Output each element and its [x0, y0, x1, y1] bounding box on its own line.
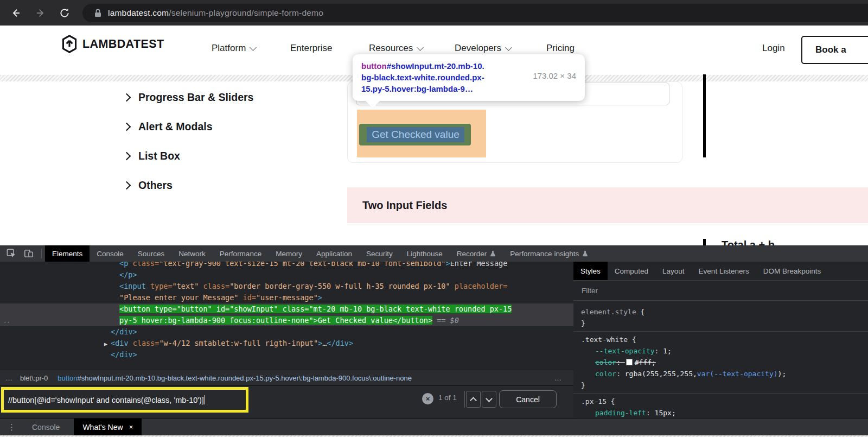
dom-node[interactable]: <input type="text" class="border border-…: [0, 281, 573, 292]
styles-filter-input[interactable]: Filter: [573, 281, 868, 301]
rule-divider: [573, 331, 868, 332]
sidebar-item-list-box[interactable]: List Box: [124, 150, 180, 162]
css-rule-line[interactable]: }: [573, 379, 868, 391]
dom-node-selected[interactable]: py-5 hover:bg-lambda-900 focus:outline-n…: [0, 315, 573, 326]
nav-enterprise[interactable]: Enterprise: [290, 43, 332, 54]
tooltip-id-classes: #showInput.mt-20.mb-10.: [387, 61, 484, 71]
chevron-up-icon: [470, 397, 477, 404]
dom-node[interactable]: </div>: [0, 349, 573, 360]
css-rule-line[interactable]: element.style {: [573, 306, 868, 318]
css-rule-line[interactable]: .text-white {: [573, 334, 868, 345]
close-icon[interactable]: ×: [129, 423, 133, 431]
nav-resources[interactable]: Resources: [369, 43, 423, 54]
css-rule-line[interactable]: .px-15 {: [573, 396, 868, 407]
breadcrumb-item-selected[interactable]: button#showInput.mt-20.mb-10.bg-black.te…: [58, 374, 412, 382]
tab-network[interactable]: Network: [171, 245, 213, 262]
tab-application[interactable]: Application: [309, 245, 359, 262]
tab-layout[interactable]: Layout: [655, 262, 692, 280]
dom-node[interactable]: "Please enter your Message" id="user-mes…: [0, 292, 573, 303]
reload-icon[interactable]: [56, 5, 73, 21]
sidebar-item-others[interactable]: Others: [124, 179, 173, 192]
nav-developers[interactable]: Developers: [455, 43, 511, 54]
tab-event-listeners[interactable]: Event Listeners: [692, 262, 756, 280]
tab-dom-breakpoints[interactable]: DOM Breakpoints: [756, 262, 828, 280]
sidebar-label: Others: [138, 179, 173, 192]
section-title: Two Input Fields: [362, 199, 447, 212]
dom-node[interactable]: </p>: [0, 269, 573, 281]
tab-sources[interactable]: Sources: [131, 245, 172, 262]
device-toolbar-icon[interactable]: [24, 249, 34, 258]
tab-styles[interactable]: Styles: [573, 262, 608, 280]
dom-node[interactable]: </div>: [0, 326, 573, 338]
tab-console[interactable]: Console: [90, 245, 131, 262]
find-input-highlighted[interactable]: //button[@id='showInput' and contains(@c…: [1, 387, 248, 413]
css-declaration[interactable]: --text-opacity: 1;: [573, 345, 868, 357]
book-demo-button[interactable]: Book a: [801, 36, 868, 64]
forward-icon[interactable]: [33, 5, 49, 21]
clear-search-icon[interactable]: ×: [422, 393, 433, 404]
tab-label: Network: [178, 250, 206, 258]
chevron-down-icon: [417, 44, 424, 51]
login-link[interactable]: Login: [762, 43, 785, 54]
nav-pricing[interactable]: Pricing: [546, 43, 575, 54]
chevron-right-icon: [123, 152, 131, 161]
get-checked-value-label: Get Checked value: [372, 129, 459, 141]
get-checked-value-button[interactable]: Get Checked value: [367, 127, 464, 142]
css-rule-line[interactable]: }: [573, 318, 868, 329]
tab-performance-insights[interactable]: Performance insights: [503, 245, 595, 262]
find-bar: //button[@id='showInput' and contains(@c…: [0, 385, 573, 418]
breadcrumb-selector: #showInput.mt-20.mb-10.bg-black.text-whi…: [77, 374, 411, 382]
drawer-menu-icon[interactable]: ⋮: [0, 422, 24, 432]
tab-label: Elements: [52, 250, 82, 258]
tab-label: Event Listeners: [699, 267, 749, 275]
match-step-buttons: [464, 391, 496, 408]
tab-performance[interactable]: Performance: [213, 245, 269, 262]
css-declaration[interactable]: padding-left: 15px;: [573, 407, 868, 418]
web-page: LAMBDATEST Platform Enterprise Resources…: [0, 26, 868, 245]
tab-label: Sources: [138, 250, 165, 258]
sidebar-label: List Box: [138, 150, 180, 162]
dom-node-selected[interactable]: <button type="button" id="showInput" cla…: [0, 303, 573, 315]
book-demo-label: Book a: [815, 45, 846, 55]
tab-label: Performance insights: [510, 250, 579, 258]
next-match-button[interactable]: [482, 391, 496, 408]
inspect-tooltip: button#showInput.mt-20.mb-10. bg-black.t…: [353, 54, 585, 101]
chevron-down-icon: [505, 44, 512, 51]
inspect-element-icon[interactable]: [7, 249, 16, 258]
two-input-fields-header: Two Input Fields: [347, 187, 868, 223]
sidebar-item-progress-bar[interactable]: Progress Bar & Sliders: [124, 91, 253, 104]
breadcrumb-overflow-icon[interactable]: …: [554, 374, 573, 382]
previous-match-button[interactable]: [466, 391, 481, 408]
back-icon[interactable]: [8, 5, 24, 21]
dom-node[interactable]: ▶ <div class="w-4/12 smtablet:w-full rig…: [0, 338, 573, 349]
partial-heading-label: Total a + b: [722, 239, 775, 245]
address-bar[interactable]: lambdatest.com/selenium-playground/simpl…: [82, 4, 868, 22]
breadcrumb-item[interactable]: blet\:pr-0: [20, 374, 48, 382]
lambdatest-logo[interactable]: LAMBDATEST: [61, 35, 164, 53]
tab-security[interactable]: Security: [359, 245, 400, 262]
chevron-right-icon: [123, 123, 131, 131]
gutter-dots: ··: [4, 318, 11, 326]
sidebar-item-alert-modals[interactable]: Alert & Modals: [124, 121, 213, 133]
sidebar-label: Progress Bar & Sliders: [138, 91, 253, 104]
tab-computed[interactable]: Computed: [608, 262, 655, 280]
tab-lighthouse[interactable]: Lighthouse: [400, 245, 450, 262]
styles-sidebar: Styles Computed Layout Event Listeners D…: [573, 262, 868, 418]
nav-pricing-label: Pricing: [546, 43, 575, 54]
drawer-tab-console[interactable]: Console: [24, 423, 74, 432]
url-path: /selenium-playground/simple-form-demo: [169, 8, 323, 17]
devtools-drawer: ⋮ Console What's New ×: [0, 418, 868, 435]
dom-node[interactable]: <p class="text-gray-900 text-size-15 mt-…: [0, 262, 573, 269]
drawer-tab-whats-new[interactable]: What's New ×: [74, 419, 142, 435]
experiment-flask-icon: [490, 250, 496, 257]
tab-memory[interactable]: Memory: [269, 245, 309, 262]
breadcrumb-overflow-icon[interactable]: …: [0, 374, 20, 382]
tab-recorder[interactable]: Recorder: [450, 245, 503, 262]
css-declaration-overridden[interactable]: color: #fff;: [573, 357, 868, 368]
tab-label: Application: [316, 250, 352, 258]
tab-elements[interactable]: Elements: [45, 245, 90, 262]
elements-tree[interactable]: <p class="text-gray-900 text-size-15 mt-…: [0, 262, 574, 370]
css-declaration[interactable]: color: rgba(255,255,255,var(--text-opaci…: [573, 368, 868, 379]
nav-platform[interactable]: Platform: [212, 43, 256, 54]
cancel-button[interactable]: Cancel: [499, 390, 557, 408]
